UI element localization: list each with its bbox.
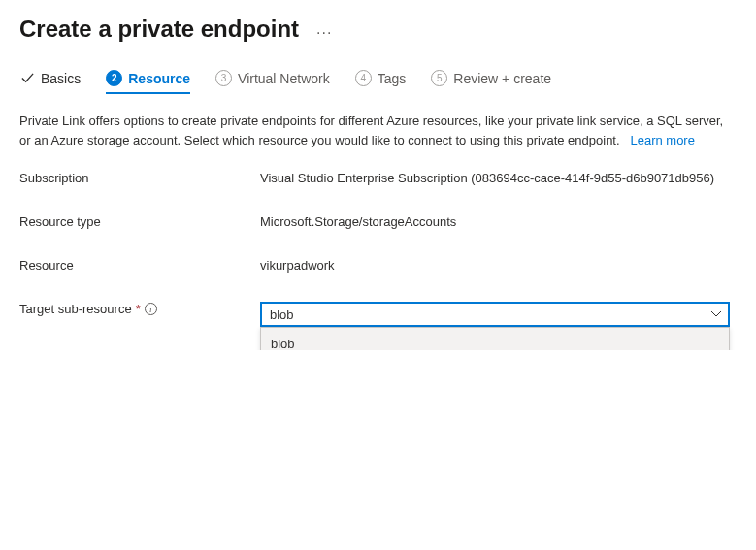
tab-virtual-network[interactable]: 3 Virtual Network <box>215 70 330 94</box>
tab-tags-label: Tags <box>378 71 407 86</box>
wizard-tabs: Basics 2 Resource 3 Virtual Network 4 Ta… <box>19 70 737 94</box>
tab-basics[interactable]: Basics <box>19 71 81 94</box>
label-subscription: Subscription <box>19 171 260 185</box>
tab-review-label: Review + create <box>453 71 551 86</box>
step-number-icon: 5 <box>431 70 447 86</box>
dropdown-option-blob[interactable]: blob <box>261 328 729 350</box>
step-number-icon: 2 <box>106 70 122 86</box>
page-header: Create a private endpoint ... <box>19 16 737 43</box>
value-resource-type: Microsoft.Storage/storageAccounts <box>260 214 737 229</box>
tab-basics-label: Basics <box>41 71 81 86</box>
step-number-icon: 4 <box>355 70 372 86</box>
tab-description: Private Link offers options to create pr… <box>19 112 737 149</box>
target-sub-resource-select-wrapper: blob blob table queue file web dfs <box>260 302 730 327</box>
description-text: Private Link offers options to create pr… <box>19 113 723 147</box>
target-sub-resource-select[interactable]: blob <box>260 302 730 327</box>
label-target-sub-text: Target sub-resource <box>19 302 132 316</box>
info-icon[interactable]: i <box>145 303 157 315</box>
row-resource-type: Resource type Microsoft.Storage/storageA… <box>19 214 737 229</box>
tab-vnet-label: Virtual Network <box>238 71 330 86</box>
tab-resource-label: Resource <box>128 71 190 86</box>
label-resource: Resource <box>19 258 260 273</box>
target-sub-resource-dropdown: blob table queue file web dfs <box>260 327 730 350</box>
chevron-down-icon <box>710 308 722 320</box>
checkmark-icon <box>19 71 35 86</box>
tab-resource[interactable]: 2 Resource <box>106 70 190 94</box>
value-subscription: Visual Studio Enterprise Subscription (0… <box>260 171 737 185</box>
select-value: blob <box>270 307 294 322</box>
tab-tags[interactable]: 4 Tags <box>355 70 407 94</box>
label-target-sub-resource: Target sub-resource * i <box>19 302 260 316</box>
learn-more-link[interactable]: Learn more <box>630 133 694 147</box>
more-actions-button[interactable]: ... <box>311 20 338 38</box>
tab-review-create[interactable]: 5 Review + create <box>431 70 551 94</box>
required-asterisk: * <box>136 302 141 316</box>
label-resource-type: Resource type <box>19 214 260 229</box>
row-resource: Resource vikurpadwork <box>19 258 737 273</box>
step-number-icon: 3 <box>215 70 232 86</box>
row-target-sub-resource: Target sub-resource * i blob blob table … <box>19 302 737 327</box>
row-subscription: Subscription Visual Studio Enterprise Su… <box>19 171 737 185</box>
value-resource: vikurpadwork <box>260 258 737 273</box>
page-title: Create a private endpoint <box>19 16 299 43</box>
